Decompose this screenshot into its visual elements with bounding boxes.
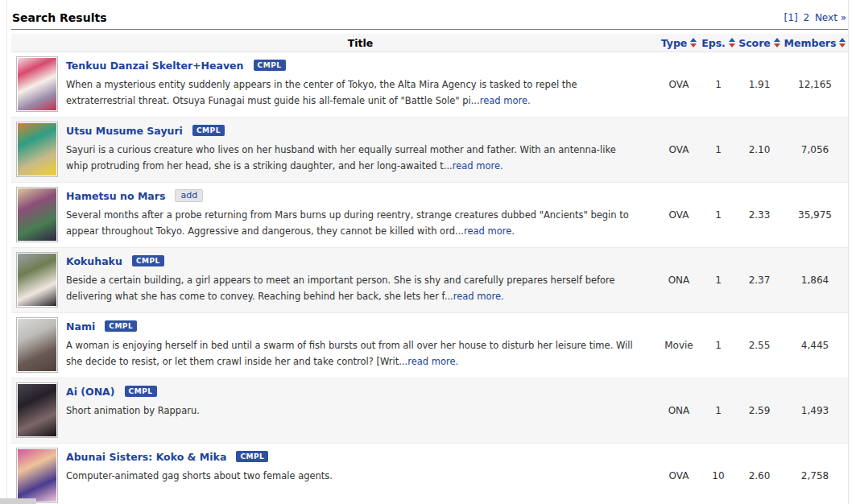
page-container: Search Results [1] 2 Next » Title Type E…	[6, 0, 849, 504]
table-row: Utsu Musume Sayuri CMPL Sayuri is a curi…	[11, 118, 848, 183]
status-badge[interactable]: CMPL	[125, 386, 157, 397]
read-more-link[interactable]: read more.	[480, 95, 531, 106]
type-cell: OVA	[658, 118, 700, 182]
type-cell: OVA	[658, 52, 700, 117]
type-column-header[interactable]: Type	[658, 34, 700, 52]
eps-cell: 10	[700, 444, 737, 504]
title-cell: Abunai Sisters: Koko & Mika CMPL Compute…	[63, 444, 658, 504]
synopsis: Computer-animated gag shorts about two f…	[66, 468, 637, 484]
synopsis: Short animation by Rapparu.	[66, 403, 637, 419]
thumbnail-cell	[11, 118, 63, 182]
table-row: Tenkuu Danzai Skelter+Heaven CMPL When a…	[11, 52, 848, 118]
sort-arrows-icon[interactable]	[774, 38, 780, 48]
read-more-link[interactable]: read more.	[453, 160, 503, 171]
type-cell: OVA	[658, 444, 700, 504]
status-badge[interactable]: CMPL	[132, 255, 164, 266]
thumbnail-column-header	[11, 34, 63, 52]
synopsis-text: Short animation by Rapparu.	[66, 405, 200, 416]
status-badge[interactable]: CMPL	[254, 60, 286, 71]
page-2-link[interactable]: 2	[803, 12, 809, 23]
status-badge[interactable]: CMPL	[236, 451, 268, 462]
score-cell: 2.37	[737, 248, 782, 312]
sort-arrows-icon[interactable]	[839, 38, 846, 48]
eps-cell: 1	[700, 183, 737, 247]
title-line: Abunai Sisters: Koko & Mika CMPL	[66, 448, 637, 464]
cover-thumbnail-link[interactable]	[16, 187, 58, 242]
title-cell: Kokuhaku CMPL Beside a certain building,…	[63, 248, 658, 312]
type-cell: ONA	[658, 248, 700, 312]
thumbnail-cell	[11, 444, 63, 504]
members-cell: 4,445	[782, 313, 848, 378]
eps-cell: 1	[700, 378, 737, 443]
table-row: Kokuhaku CMPL Beside a certain building,…	[11, 248, 848, 313]
synopsis: Sayuri is a curious creature who lives o…	[66, 142, 637, 174]
status-badge[interactable]: CMPL	[105, 320, 137, 332]
cover-thumbnail-link[interactable]	[16, 252, 58, 308]
synopsis-text: Several months after a probe returning f…	[66, 209, 629, 237]
title-cell: Utsu Musume Sayuri CMPL Sayuri is a curi…	[63, 118, 658, 182]
type-cell: OVA	[658, 183, 700, 247]
synopsis-text: Computer-animated gag shorts about two f…	[66, 470, 333, 481]
thumbnail-cell	[11, 378, 63, 443]
title-cell: Hametsu no Mars add Several months after…	[63, 183, 658, 247]
score-cell: 2.10	[737, 118, 782, 182]
cover-thumbnail-link[interactable]	[16, 317, 58, 373]
page-header: Search Results [1] 2 Next »	[11, 0, 848, 30]
synopsis: When a mysterious entity suddenly appear…	[66, 76, 637, 109]
read-more-link[interactable]: read more.	[464, 225, 515, 237]
eps-cell: 1	[700, 52, 737, 117]
type-cell: ONA	[658, 378, 700, 443]
synopsis-text: Sayuri is a curious creature who lives o…	[66, 144, 616, 171]
members-cell: 7,056	[782, 118, 848, 182]
status-badge[interactable]: add	[175, 189, 203, 202]
anime-title-link[interactable]: Tenkuu Danzai Skelter+Heaven	[66, 60, 244, 72]
anime-title-link[interactable]: Kokuhaku	[66, 255, 122, 267]
title-line: Kokuhaku CMPL	[66, 253, 637, 268]
cover-thumbnail-link[interactable]	[16, 382, 58, 438]
sort-arrows-icon[interactable]	[729, 38, 735, 48]
score-column-header[interactable]: Score	[737, 34, 782, 52]
score-cell: 1.91	[737, 52, 782, 117]
eps-column-header[interactable]: Eps.	[700, 34, 737, 52]
thumbnail-cell	[11, 183, 63, 247]
synopsis: A woman is enjoying herself in bed until…	[66, 337, 637, 370]
anime-title-link[interactable]: Utsu Musume Sayuri	[66, 125, 183, 137]
thumbnail-cell	[11, 248, 63, 312]
next-page-link[interactable]: Next »	[815, 12, 846, 23]
table-header-row: Title Type Eps. Score Members	[11, 34, 848, 52]
score-cell: 2.60	[737, 444, 782, 504]
score-cell: 2.59	[737, 378, 782, 443]
sort-arrows-icon[interactable]	[690, 38, 697, 48]
title-cell: Nami CMPL A woman is enjoying herself in…	[63, 313, 658, 378]
title-line: Ai (ONA) CMPL	[66, 383, 637, 399]
score-cell: 2.33	[737, 183, 782, 247]
cover-image	[18, 449, 56, 502]
cover-thumbnail-link[interactable]	[16, 122, 58, 177]
cover-thumbnail-link[interactable]	[16, 56, 58, 112]
anime-title-link[interactable]: Ai (ONA)	[66, 386, 115, 398]
read-more-link[interactable]: read more.	[453, 291, 504, 302]
synopsis-text: A woman is enjoying herself in bed until…	[66, 340, 633, 367]
read-more-link[interactable]: read more.	[407, 356, 458, 367]
members-column-header[interactable]: Members	[782, 34, 848, 52]
anime-title-link[interactable]: Abunai Sisters: Koko & Mika	[66, 451, 226, 463]
synopsis: Beside a certain building, a girl appear…	[66, 272, 637, 304]
status-badge[interactable]: CMPL	[192, 125, 225, 136]
eps-cell: 1	[700, 118, 737, 182]
anime-title-link[interactable]: Hametsu no Mars	[66, 190, 165, 202]
synopsis: Several months after a probe returning f…	[66, 207, 637, 239]
eps-cell: 1	[700, 313, 737, 378]
current-page-indicator: [1]	[784, 12, 798, 23]
type-cell: Movie	[658, 313, 700, 378]
anime-title-link[interactable]: Nami	[66, 320, 95, 333]
table-row: Nami CMPL A woman is enjoying herself in…	[11, 313, 848, 378]
title-column-header: Title	[63, 34, 658, 52]
table-row: Ai (ONA) CMPL Short animation by Rapparu…	[11, 378, 848, 444]
members-cell: 1,493	[782, 378, 848, 443]
cover-image	[18, 188, 56, 241]
thumbnail-cell	[11, 52, 63, 117]
cover-image	[18, 123, 56, 176]
cover-thumbnail-link[interactable]	[16, 448, 58, 503]
results-list: Tenkuu Danzai Skelter+Heaven CMPL When a…	[11, 52, 848, 504]
title-line: Tenkuu Danzai Skelter+Heaven CMPL	[66, 57, 637, 72]
